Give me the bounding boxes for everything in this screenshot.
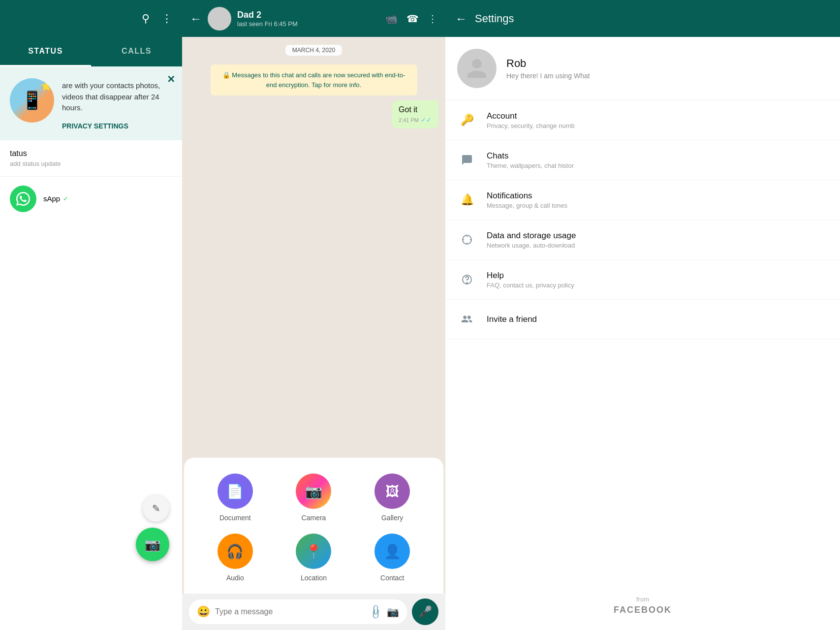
profile-avatar	[457, 49, 497, 88]
whatsapp-row[interactable]: sApp ✓	[0, 177, 182, 221]
profile-status: Hey there! I am using What	[506, 72, 590, 80]
attach-location[interactable]: 📍 Location	[275, 534, 353, 582]
attach-contact-label: Contact	[380, 574, 404, 582]
chat-header-icons: 📹 ☎ ⋮	[385, 13, 437, 25]
attach-document[interactable]: 📄 Document	[196, 473, 275, 522]
status-promo-card: 📱 ⭐ are with your contacts photos, video…	[0, 66, 182, 140]
camera-fab-button[interactable]: 📷	[136, 528, 169, 561]
settings-back-button[interactable]: ←	[455, 12, 467, 26]
chat-input-bar: 😀 📎 📷 🎤	[182, 594, 445, 630]
close-promo-button[interactable]: ✕	[167, 73, 175, 85]
data-icon	[457, 230, 477, 250]
whatsapp-avatar	[10, 186, 36, 212]
mic-button[interactable]: 🎤	[412, 598, 438, 625]
document-icon: 📄	[218, 473, 253, 509]
emoji-icon[interactable]: 😀	[197, 605, 210, 618]
pencil-fab-button[interactable]: ✎	[143, 495, 169, 522]
back-button[interactable]: ←	[190, 12, 202, 26]
key-icon: 🔑	[457, 110, 477, 130]
account-text: Account Privacy, security, change numb	[487, 111, 575, 129]
location-icon: 📍	[296, 534, 331, 569]
audio-icon: 🎧	[218, 534, 253, 569]
settings-title: Settings	[475, 12, 514, 25]
message-input[interactable]	[215, 607, 365, 616]
notifications-title: Notifications	[487, 191, 567, 201]
invite-icon	[457, 310, 477, 329]
settings-item-chats[interactable]: Chats Theme, wallpapers, chat histor	[445, 140, 840, 180]
contact-icon: 👤	[374, 534, 410, 569]
attach-gallery[interactable]: 🖼 Gallery	[353, 473, 432, 522]
whatsapp-info: sApp ✓	[43, 194, 68, 203]
star-icon: ⭐	[41, 81, 52, 92]
more-options-icon[interactable]: ⋮	[428, 13, 437, 25]
whatsapp-name: sApp ✓	[43, 194, 68, 203]
paperclip-icon[interactable]: 📎	[367, 603, 384, 621]
data-title: Data and storage usage	[487, 231, 576, 241]
search-icon[interactable]: ⚲	[142, 12, 150, 25]
chat-contact-info[interactable]: Dad 2 last seen Fri 6:45 PM	[237, 10, 379, 28]
attach-gallery-label: Gallery	[381, 514, 403, 522]
privacy-settings-link[interactable]: PRIVACY SETTINGS	[62, 122, 128, 130]
account-title: Account	[487, 111, 575, 121]
tab-status[interactable]: STATUS	[0, 37, 91, 66]
settings-item-notifications[interactable]: 🔔 Notifications Message, group & call to…	[445, 180, 840, 220]
settings-item-data[interactable]: Data and storage usage Network usage, au…	[445, 220, 840, 260]
contact-name: Dad 2	[237, 10, 379, 20]
help-icon	[457, 270, 477, 289]
message-input-box: 😀 📎 📷	[189, 599, 407, 624]
chats-title: Chats	[487, 151, 574, 161]
voice-call-icon[interactable]: ☎	[406, 13, 419, 25]
video-call-icon[interactable]: 📹	[385, 13, 398, 25]
chat-body: MARCH 4, 2020 🔒 Messages to this chat an…	[182, 37, 445, 458]
invite-title: Invite a friend	[487, 315, 537, 324]
chat-panel: ← Dad 2 last seen Fri 6:45 PM 📹 ☎ ⋮ MARC…	[182, 0, 445, 630]
chat-header: ← Dad 2 last seen Fri 6:45 PM 📹 ☎ ⋮	[182, 0, 445, 37]
my-status-title: tatus	[10, 149, 172, 158]
attach-audio[interactable]: 🎧 Audio	[196, 534, 275, 582]
contact-avatar	[208, 7, 231, 31]
data-subtitle: Network usage, auto-download	[487, 242, 576, 249]
attach-camera[interactable]: 📷 Camera	[275, 473, 353, 522]
settings-header: ← Settings	[445, 0, 840, 37]
my-status-row[interactable]: tatus add status update	[0, 140, 182, 177]
message-time: 2:41 PM ✓✓	[399, 116, 432, 124]
promo-description: are with your contacts photos, videos th…	[62, 80, 172, 114]
profile-row[interactable]: Rob Hey there! I am using What	[445, 37, 840, 100]
gallery-icon: 🖼	[374, 473, 410, 509]
attach-contact[interactable]: 👤 Contact	[353, 534, 432, 582]
read-receipt-icon: ✓✓	[421, 116, 432, 124]
account-subtitle: Privacy, security, change numb	[487, 122, 575, 129]
attach-audio-label: Audio	[226, 574, 244, 582]
settings-item-help[interactable]: Help FAQ, contact us, privacy policy	[445, 260, 840, 300]
settings-item-account[interactable]: 🔑 Account Privacy, security, change numb	[445, 100, 840, 140]
help-title: Help	[487, 271, 574, 281]
bell-icon: 🔔	[457, 190, 477, 210]
attach-camera-label: Camera	[302, 514, 326, 522]
settings-item-invite[interactable]: Invite a friend	[445, 300, 840, 340]
invite-text: Invite a friend	[487, 315, 537, 324]
tabs-bar: STATUS CALLS	[0, 37, 182, 66]
attachment-menu: 📄 Document 📷 Camera 🖼 Gallery 🎧 Audio 📍 …	[184, 458, 443, 594]
camera-input-icon[interactable]: 📷	[387, 606, 399, 618]
chats-subtitle: Theme, wallpapers, chat histor	[487, 162, 574, 169]
profile-name: Rob	[506, 57, 590, 70]
help-subtitle: FAQ, contact us, privacy policy	[487, 282, 574, 289]
svg-point-2	[467, 283, 467, 284]
tab-calls[interactable]: CALLS	[91, 37, 182, 66]
chats-icon	[457, 150, 477, 170]
profile-info: Rob Hey there! I am using What	[506, 57, 590, 80]
attach-location-label: Location	[301, 574, 327, 582]
settings-footer: from FACEBOOK	[445, 581, 840, 630]
settings-list: 🔑 Account Privacy, security, change numb…	[445, 100, 840, 581]
chats-text: Chats Theme, wallpapers, chat histor	[487, 151, 574, 169]
footer-brand: FACEBOOK	[457, 605, 828, 615]
date-badge: MARCH 4, 2020	[285, 45, 342, 56]
promo-avatar: 📱 ⭐	[10, 78, 54, 123]
contact-last-seen: last seen Fri 6:45 PM	[237, 20, 379, 28]
status-calls-panel: ⚲ ⋮ STATUS CALLS 📱 ⭐ are with your conta…	[0, 0, 182, 630]
my-status-subtitle: add status update	[10, 160, 172, 167]
left-header: ⚲ ⋮	[0, 0, 182, 37]
data-text: Data and storage usage Network usage, au…	[487, 231, 576, 249]
more-options-icon[interactable]: ⋮	[161, 12, 172, 25]
system-message[interactable]: 🔒 Messages to this chat and calls are no…	[211, 64, 417, 95]
